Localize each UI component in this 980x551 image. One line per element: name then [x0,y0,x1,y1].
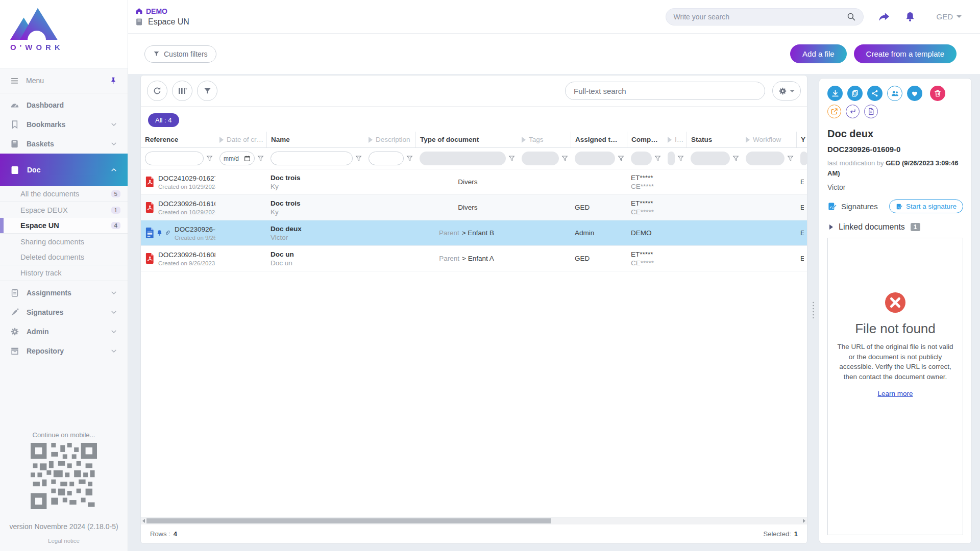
funnel-icon[interactable] [787,155,794,162]
type-value: Divers [458,204,477,211]
sidebar-item-deleted-documents[interactable]: Deleted documents [0,249,128,265]
column-header-workflow[interactable]: Workflow [742,132,796,147]
sidebar-item-signatures[interactable]: Signatures [0,303,128,322]
company-filter-select[interactable] [631,152,652,165]
delete-button[interactable] [930,86,945,101]
create-from-template-button[interactable]: Create from a template [854,44,957,63]
horizontal-scrollbar[interactable] [141,517,807,524]
file-preview-button[interactable] [864,105,878,118]
scrollbar-thumb[interactable] [146,518,551,523]
sidebar-item-all-documents[interactable]: All the documents 5 [0,186,128,202]
column-label: Assigned t… [575,136,618,143]
column-header-description[interactable]: Description [364,132,415,147]
fulltext-search-input[interactable] [565,82,765,100]
learn-more-link[interactable]: Learn more [877,390,913,397]
document-actions-secondary [827,105,963,118]
sidebar-item-bookmarks[interactable]: Bookmarks [0,115,128,134]
sidebar-item-history-track[interactable]: History track [0,265,128,281]
type-filter-select[interactable] [420,152,506,165]
funnel-icon[interactable] [732,155,739,162]
tags-filter-select[interactable] [522,152,559,165]
column-header-y[interactable]: Y [796,132,807,147]
funnel-icon[interactable] [677,155,684,162]
users-access-button[interactable] [887,86,902,101]
date-filter-input[interactable]: mm/d [219,152,255,165]
filter-button[interactable] [197,81,217,101]
funnel-icon[interactable] [654,155,661,162]
scroll-left-arrow-icon[interactable] [142,519,145,523]
search-input[interactable] [673,13,847,21]
sidebar-item-repository[interactable]: Repository [0,341,128,361]
add-file-button[interactable]: Add a file [790,44,847,63]
sidebar-menu-toggle[interactable]: Menu [0,68,128,93]
funnel-icon[interactable] [618,155,624,162]
column-header-type[interactable]: Type of document [415,132,518,147]
column-header-tags[interactable]: Tags [518,132,571,147]
reference-filter-input[interactable] [145,152,204,165]
resize-handle-icon[interactable] [812,301,815,318]
refresh-button[interactable] [147,81,167,101]
favorite-heart-button[interactable] [907,86,922,101]
table-row[interactable]: DOC241029-01627-0 Created on 10/29/2024 … [141,169,807,195]
column-header-name[interactable]: Name [266,132,364,147]
gear-icon [10,327,19,336]
status-filter-select[interactable] [691,152,730,165]
calendar-icon[interactable] [244,155,251,162]
funnel-icon[interactable] [508,155,515,162]
column-header-i[interactable]: I… [664,132,687,147]
open-external-button[interactable] [827,105,841,118]
funnel-icon[interactable] [355,155,362,162]
sidebar-item-admin[interactable]: Admin [0,322,128,341]
sidebar-item-assignments[interactable]: Assignments [0,283,128,303]
description-filter-input[interactable] [369,152,404,165]
custom-filters-button[interactable]: Custom filters [144,45,216,63]
share-button[interactable] [867,86,883,101]
name-filter-input[interactable] [271,152,353,165]
table-row-selected[interactable]: DOC230926-01609-0 Created on 9/26/2023 3… [141,220,807,246]
share-forward-icon[interactable] [878,11,890,23]
i-filter-select[interactable] [668,152,675,165]
workflow-filter-select[interactable] [746,152,785,165]
funnel-icon[interactable] [206,155,213,162]
sidebar-item-dashboard[interactable]: Dashboard [0,95,128,115]
scroll-right-arrow-icon[interactable] [803,519,805,523]
column-header-assigned[interactable]: Assigned t… [571,132,627,147]
column-header-reference[interactable]: Reference [141,132,215,147]
app-name: DEMO [146,7,167,15]
linked-documents-toggle[interactable]: Linked documents 1 [827,222,963,232]
return-button[interactable] [846,105,860,118]
funnel-icon[interactable] [406,155,413,162]
column-header-date[interactable]: Date of cr… [215,132,266,147]
sidebar-item-sharing-documents[interactable]: Sharing documents [0,234,128,249]
column-header-status[interactable]: Status [687,132,742,147]
table-row[interactable]: DOC230926-01610-3 Created on 10/29/2024 … [141,195,807,220]
all-count-badge[interactable]: All : 4 [148,113,179,127]
copy-button[interactable] [847,86,863,101]
download-button[interactable] [827,86,843,101]
global-search[interactable] [666,8,864,26]
pin-icon[interactable] [109,77,117,85]
columns-button[interactable] [172,81,192,101]
column-header-company[interactable]: Comp… [627,132,664,147]
hamburger-icon[interactable] [10,77,19,85]
sidebar-item-espace-deux[interactable]: Espace DEUX 1 [0,202,128,218]
panel-splitter[interactable] [807,75,819,544]
funnel-icon[interactable] [257,155,264,162]
start-signature-button[interactable]: Start a signature [889,199,963,213]
funnel-icon[interactable] [561,155,568,162]
table-settings-button[interactable] [772,81,801,101]
legal-notice-link[interactable]: Legal notice [48,538,80,544]
notifications-bell-icon[interactable] [904,11,916,22]
sort-icon [746,137,750,143]
assigned-filter-select[interactable] [575,152,615,165]
clipped-cell-text: E [800,255,804,262]
search-icon[interactable] [847,12,856,21]
breadcrumb-app[interactable]: DEMO [135,7,189,15]
sidebar-item-espace-un[interactable]: Espace UN 4 [0,218,128,234]
user-menu[interactable]: GED [936,12,962,21]
y-filter-select[interactable] [800,152,807,165]
sidebar-item-baskets[interactable]: Baskets [0,134,128,154]
breadcrumb-space[interactable]: Espace UN [135,17,189,27]
sidebar-item-doc[interactable]: Doc [0,154,128,186]
table-row[interactable]: DOC230926-01608-0 Created on 9/26/2023 3… [141,246,807,271]
